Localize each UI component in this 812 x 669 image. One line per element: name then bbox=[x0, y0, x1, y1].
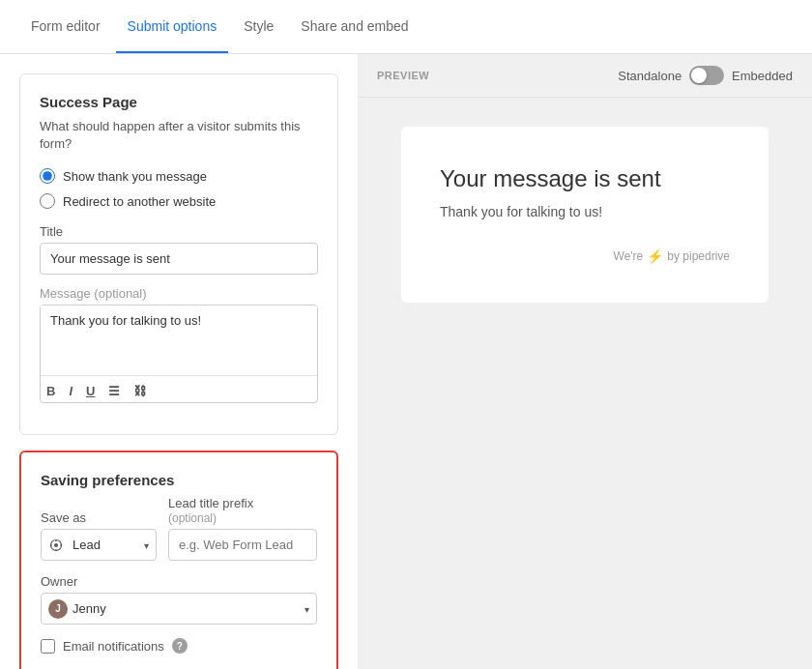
owner-select-wrapper: J Jenny ▾ bbox=[41, 593, 317, 625]
standalone-label: Standalone bbox=[618, 69, 682, 83]
italic-button[interactable]: I bbox=[65, 382, 76, 400]
success-page-subtitle: What should happen after a visitor submi… bbox=[40, 118, 318, 153]
main-content: Success Page What should happen after a … bbox=[0, 54, 812, 669]
text-toolbar: B I U ☰ ⛓ bbox=[41, 375, 317, 402]
embedded-label: Embedded bbox=[732, 69, 793, 83]
lead-prefix-input[interactable] bbox=[168, 529, 317, 561]
owner-field-group: Owner J Jenny ▾ bbox=[41, 574, 317, 625]
underline-button[interactable]: U bbox=[82, 382, 99, 400]
message-box: Thank you for talking to us! B I U ☰ ⛓ bbox=[40, 305, 318, 403]
radio-redirect[interactable]: Redirect to another website bbox=[40, 193, 318, 209]
footer-text: We're bbox=[614, 249, 644, 263]
tab-form-editor[interactable]: Form editor bbox=[19, 1, 112, 53]
owner-select[interactable]: Jenny bbox=[41, 593, 317, 625]
tab-style[interactable]: Style bbox=[232, 1, 285, 53]
preview-card-message: Thank you for talking to us! bbox=[440, 204, 730, 219]
save-as-select-wrapper: Lead Deal Contact ▾ bbox=[41, 529, 157, 561]
saving-preferences-title: Saving preferences bbox=[41, 472, 317, 488]
title-field-group: Title bbox=[40, 224, 318, 275]
radio-redirect-label: Redirect to another website bbox=[63, 194, 216, 209]
message-field-group: Message (optional) Thank you for talking… bbox=[40, 286, 318, 403]
preview-label: PREVIEW bbox=[377, 70, 429, 81]
success-page-card: Success Page What should happen after a … bbox=[19, 73, 338, 435]
title-input[interactable] bbox=[40, 243, 318, 275]
radio-show-thank-you[interactable]: Show thank you message bbox=[40, 168, 318, 184]
radio-show-thank-you-input[interactable] bbox=[40, 168, 55, 184]
bold-button[interactable]: B bbox=[43, 382, 59, 400]
radio-show-thank-you-label: Show thank you message bbox=[63, 169, 207, 184]
lead-prefix-label: Lead title prefix (optional) bbox=[168, 496, 317, 525]
owner-label: Owner bbox=[41, 574, 317, 589]
toggle-group: Standalone Embedded bbox=[618, 66, 793, 85]
list-button[interactable]: ☰ bbox=[104, 382, 124, 400]
preview-toggle[interactable] bbox=[689, 66, 724, 85]
preview-header: PREVIEW Standalone Embedded bbox=[358, 54, 812, 98]
toggle-knob bbox=[691, 68, 707, 83]
save-as-row: Save as L bbox=[41, 496, 317, 561]
link-button[interactable]: ⛓ bbox=[130, 382, 150, 400]
save-as-group: Save as L bbox=[41, 510, 157, 561]
top-nav: Form editor Submit options Style Share a… bbox=[0, 0, 812, 54]
title-field-label: Title bbox=[40, 224, 318, 239]
save-as-select[interactable]: Lead Deal Contact bbox=[41, 529, 157, 561]
right-panel: PREVIEW Standalone Embedded Your message… bbox=[358, 54, 812, 669]
preview-content: Your message is sent Thank you for talki… bbox=[358, 98, 812, 669]
email-notifications-row: Email notifications ? bbox=[41, 638, 317, 654]
lightning-icon: ⚡ bbox=[647, 248, 663, 264]
email-notifications-label: Email notifications bbox=[63, 639, 164, 654]
preview-card-footer: We're ⚡ by pipedrive bbox=[440, 248, 730, 264]
save-as-label: Save as bbox=[41, 510, 157, 525]
footer-brand: by pipedrive bbox=[667, 249, 730, 263]
left-panel: Success Page What should happen after a … bbox=[0, 54, 358, 669]
radio-group: Show thank you message Redirect to anoth… bbox=[40, 168, 318, 209]
message-field-label: Message (optional) bbox=[40, 286, 318, 301]
lead-prefix-sublabel: (optional) bbox=[168, 511, 217, 525]
success-page-title: Success Page bbox=[40, 94, 318, 110]
tab-submit-options[interactable]: Submit options bbox=[116, 1, 229, 53]
radio-redirect-input[interactable] bbox=[40, 193, 55, 209]
tab-share-and-embed[interactable]: Share and embed bbox=[289, 1, 420, 53]
message-textarea[interactable]: Thank you for talking to us! bbox=[41, 305, 317, 368]
preview-card-title: Your message is sent bbox=[440, 165, 730, 192]
email-notifications-checkbox[interactable] bbox=[41, 639, 55, 654]
preview-card: Your message is sent Thank you for talki… bbox=[401, 127, 768, 303]
lead-prefix-group: Lead title prefix (optional) bbox=[168, 496, 317, 561]
help-icon[interactable]: ? bbox=[172, 638, 188, 654]
saving-preferences-card: Saving preferences Save as bbox=[19, 451, 338, 669]
